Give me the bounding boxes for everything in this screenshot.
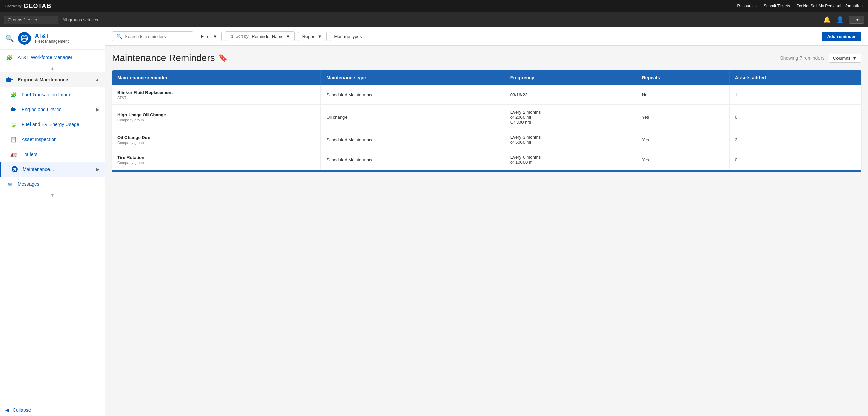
reminder-group-1: Company group [117, 118, 315, 122]
manage-types-label: Manage types [334, 34, 362, 39]
svg-rect-5 [11, 79, 13, 80]
cell-repeats-0: No [636, 85, 729, 105]
sidebar-item-maintenance[interactable]: Maintenance... ▶ [0, 162, 105, 177]
sidebar-item-engine-maintenance[interactable]: Engine & Maintenance ▲ [0, 72, 105, 87]
sidebar-item-asset-inspection[interactable]: 📋 Asset Inspection [0, 132, 105, 147]
cell-assets-0: 1 [729, 85, 861, 105]
manage-types-button[interactable]: Manage types [330, 32, 367, 41]
showing-info: Showing 7 reminders Columns ▼ [780, 54, 861, 63]
cell-frequency-3: Every 6 monthsor 10000 mi [505, 150, 636, 170]
cell-reminder-2: Oil Change Due Company group [112, 130, 321, 150]
att-logo-circle [18, 32, 31, 45]
sidebar-item-fuel-ev[interactable]: 🍃 Fuel and EV Energy Usage [0, 117, 105, 132]
cell-repeats-1: Yes [636, 105, 729, 130]
svg-rect-7 [9, 82, 10, 82]
user-profile-icon[interactable]: 👤 [836, 16, 844, 23]
cell-type-1: Oil change [321, 105, 505, 130]
trailer-icon: 🚛 [9, 150, 18, 158]
sidebar-item-label: Trailers [22, 152, 37, 157]
sidebar-item-engine-device[interactable]: Engine and Device... ▶ [0, 102, 105, 117]
sidebar-search-button[interactable]: 🔍 [5, 34, 14, 42]
reminder-name-1: High Usage Oil Change [117, 112, 315, 117]
svg-rect-10 [15, 109, 16, 110]
sidebar-item-trailers[interactable]: 🚛 Trailers [0, 147, 105, 162]
cell-frequency-0: 03/16/23 [505, 85, 636, 105]
clipboard-icon: 📋 [9, 135, 18, 143]
sidebar-item-label: Messages [18, 181, 39, 187]
cell-type-0: Scheduled Maintenance [321, 85, 505, 105]
sidebar-item-att-workforce[interactable]: 🧩 AT&T Workforce Manager [0, 50, 105, 65]
cell-assets-1: 0 [729, 105, 861, 130]
filter-button[interactable]: Filter ▼ [197, 32, 222, 41]
collapse-arrow-icon: ◀ [5, 407, 9, 413]
cell-repeats-2: Yes [636, 130, 729, 150]
showing-text: Showing 7 reminders [780, 55, 825, 61]
reminder-name-2: Oil Change Due [117, 135, 315, 140]
groups-filter-button[interactable]: Groups filter ▼ [4, 16, 58, 24]
cell-type-2: Scheduled Maintenance [321, 130, 505, 150]
sidebar-item-label: AT&T Workforce Manager [18, 55, 72, 60]
main-content: Maintenance Reminders 🔖 Showing 7 remind… [105, 46, 868, 416]
sidebar-collapse-button[interactable]: ◀ Collapse [0, 404, 105, 416]
puzzle-icon: 🧩 [5, 53, 14, 61]
groups-bar-icons: 🔔 👤 ▼ [823, 16, 864, 24]
search-input[interactable] [125, 34, 186, 39]
cell-repeats-3: Yes [636, 150, 729, 170]
sidebar-item-messages[interactable]: ✉ Messages [0, 177, 105, 192]
table-row[interactable]: Blinker Fluid Replacement AT&T Scheduled… [112, 85, 861, 105]
cell-type-3: Scheduled Maintenance [321, 150, 505, 170]
table-bottom-bar [112, 170, 861, 172]
do-not-sell-link[interactable]: Do Not Sell My Personal Information [797, 4, 863, 8]
top-bar-links: Resources Submit Tickets Do Not Sell My … [737, 4, 863, 8]
sort-icon: ⇅ [230, 34, 234, 39]
scroll-up-indicator: ▲ [0, 65, 105, 72]
collapse-icon: ▲ [95, 77, 99, 82]
engine-icon [5, 76, 14, 84]
report-label: Report [302, 34, 316, 39]
col-reminder: Maintenance reminder [112, 70, 321, 85]
cell-reminder-1: High Usage Oil Change Company group [112, 105, 321, 130]
sort-by-label: Sort by: [236, 34, 250, 39]
sidebar-item-label: Engine and Device... [22, 107, 65, 112]
main-layout: 🔍 AT&T Fleet Management 🧩 AT&T Workforce… [0, 27, 868, 416]
sidebar-header: 🔍 AT&T Fleet Management [0, 27, 105, 50]
report-arrow-icon: ▼ [318, 34, 322, 39]
expand-arrow-icon: ▶ [96, 107, 99, 112]
top-bar: Powered by GEOTAB Resources Submit Ticke… [0, 0, 868, 12]
submit-tickets-link[interactable]: Submit Tickets [764, 4, 790, 8]
sort-button[interactable]: ⇅ Sort by: Reminder Name ▼ [225, 31, 295, 41]
page-title-text: Maintenance Reminders [112, 53, 215, 63]
resources-link[interactable]: Resources [737, 4, 757, 8]
report-button[interactable]: Report ▼ [298, 32, 327, 41]
table-row[interactable]: Tire Rotation Company group Scheduled Ma… [112, 150, 861, 170]
cell-reminder-3: Tire Rotation Company group [112, 150, 321, 170]
sidebar-item-label: Fuel Transaction Import [22, 92, 72, 97]
scroll-down-indicator: ▼ [0, 192, 105, 199]
groups-selected-text: All groups selected [62, 17, 100, 22]
cell-reminder-0: Blinker Fluid Replacement AT&T [112, 85, 321, 105]
columns-button[interactable]: Columns ▼ [829, 54, 861, 63]
geotab-logo: GEOTAB [24, 3, 52, 10]
cell-assets-3: 0 [729, 150, 861, 170]
sidebar-item-label: Asset Inspection [22, 137, 57, 142]
reminder-name-0: Blinker Fluid Replacement [117, 90, 315, 95]
columns-arrow-icon: ▼ [852, 56, 857, 61]
table-row[interactable]: High Usage Oil Change Company group Oil … [112, 105, 861, 130]
table-header-row: Maintenance reminder Maintenance type Fr… [112, 70, 861, 85]
sidebar: 🔍 AT&T Fleet Management 🧩 AT&T Workforce… [0, 27, 105, 416]
cell-frequency-1: Every 2 monthsor 2000 miOr 300 hrs [505, 105, 636, 130]
svg-rect-8 [11, 108, 15, 111]
table-row[interactable]: Oil Change Due Company group Scheduled M… [112, 130, 861, 150]
user-menu-button[interactable]: ▼ [849, 16, 864, 24]
bookmark-icon[interactable]: 🔖 [218, 54, 228, 62]
reminder-group-3: Company group [117, 161, 315, 165]
sidebar-item-fuel-transaction[interactable]: 🧩 Fuel Transaction Import [0, 87, 105, 102]
search-icon: 🔍 [116, 34, 122, 39]
notifications-bell-icon[interactable]: 🔔 [823, 16, 831, 23]
svg-point-12 [14, 168, 16, 170]
col-frequency: Frequency [505, 70, 636, 85]
add-reminder-button[interactable]: Add reminder [822, 32, 861, 41]
page-title-area: Maintenance Reminders 🔖 [112, 53, 228, 63]
search-box[interactable]: 🔍 [112, 31, 193, 41]
svg-rect-3 [6, 78, 11, 82]
